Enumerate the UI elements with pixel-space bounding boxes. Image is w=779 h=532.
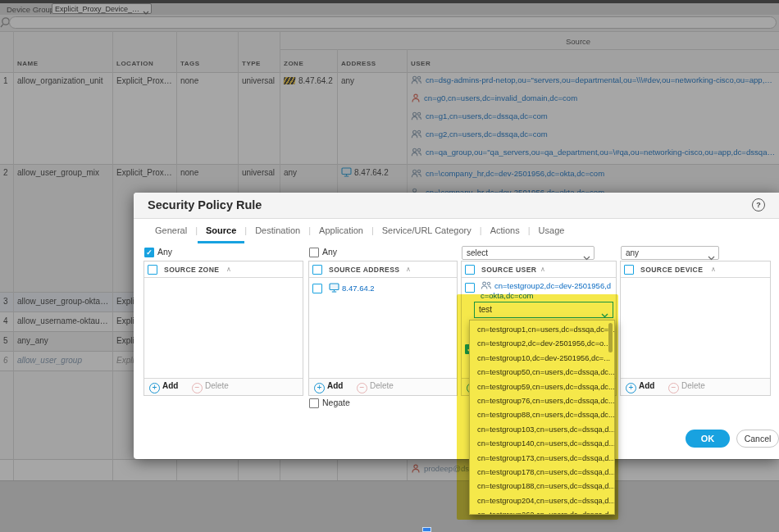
tab-usage[interactable]: Usage — [531, 223, 573, 241]
source-address-panel: SOURCE ADDRESS ∧ 8.47.64.2 +Add −Delete — [308, 261, 458, 396]
taskbar-peek-icon — [422, 527, 431, 532]
dropdown-item[interactable]: cn=testgroup204,cn=users,dc=dssqa,d... — [470, 494, 614, 508]
device-delete-button[interactable]: −Delete — [668, 381, 705, 393]
sort-caret-icon: ∧ — [540, 266, 545, 273]
plus-icon: + — [314, 383, 325, 393]
dropdown-item[interactable]: cn=testgroup50,cn=users,dc=dssqa,dc... — [470, 366, 614, 380]
user-search-input[interactable]: test — [474, 302, 613, 318]
sort-caret-icon: ∧ — [711, 266, 716, 273]
dropdown-item[interactable]: cn=testgroup88,cn=users,dc=dssqa,dc... — [470, 408, 614, 422]
address-add-button[interactable]: +Add — [314, 381, 343, 393]
host-icon — [329, 283, 339, 293]
dropdown-item[interactable]: cn=testgroup59,cn=users,dc=dssqa,dc... — [470, 380, 614, 394]
device-mode-select[interactable]: any — [621, 246, 719, 260]
dropdown-scrollbar[interactable] — [608, 323, 613, 352]
address-delete-button[interactable]: −Delete — [357, 381, 394, 393]
dialog-tabs: General| Source| Destination| Applicatio… — [147, 223, 572, 243]
user-panel-header[interactable]: SOURCE USER — [481, 266, 536, 274]
dropdown-item[interactable]: cn=testgroup76,cn=users,dc=dssqa,dc... — [470, 394, 614, 408]
tab-source[interactable]: Source — [198, 223, 244, 243]
plus-icon: + — [149, 383, 160, 393]
zone-panel-header[interactable]: SOURCE ZONE — [164, 266, 219, 274]
zone-any-label: Any — [157, 247, 172, 257]
tab-service-url-category[interactable]: Service/URL Category — [374, 223, 480, 241]
tab-application[interactable]: Application — [311, 223, 371, 241]
cancel-button[interactable]: Cancel — [736, 430, 779, 448]
minus-icon: − — [357, 383, 367, 393]
dropdown-item[interactable]: cn=testgroup173,cn=users,dc=dssqa,d... — [470, 452, 614, 466]
tab-destination[interactable]: Destination — [247, 223, 308, 241]
dropdown-item[interactable]: cn=testgroup103,cn=users,dc=dssqa,d... — [470, 423, 614, 437]
dropdown-item[interactable]: cn=testgroup2,dc=dev-2501956,dc=o... — [470, 337, 614, 351]
address-any-checkbox[interactable] — [309, 248, 319, 257]
user-item[interactable]: cn=testgroup2,dc=dev-2501956,dc=okta,dc=… — [481, 281, 612, 301]
dropdown-item[interactable]: cn=testgroup1,cn=users,dc=dssqa,dc=... — [470, 323, 614, 337]
sort-caret-icon: ∧ — [226, 266, 231, 273]
device-select-all-checkbox[interactable] — [624, 265, 634, 275]
user-item-checkbox[interactable] — [465, 283, 475, 293]
negate-label: Negate — [322, 398, 350, 407]
dropdown-item[interactable]: cn=testgroup178,cn=users,dc=dssqa,d... — [470, 466, 614, 480]
dropdown-item[interactable]: cn=testgroup262,cn=users,dc=dssqa,d... — [470, 508, 614, 515]
tab-actions[interactable]: Actions — [482, 223, 528, 241]
address-item[interactable]: 8.47.64.2 — [329, 283, 375, 293]
negate-checkbox[interactable] — [309, 398, 319, 408]
zone-add-button[interactable]: +Add — [149, 381, 178, 393]
user-select-all-checkbox[interactable] — [465, 265, 475, 275]
minus-icon: − — [668, 383, 679, 393]
device-panel-header[interactable]: SOURCE DEVICE — [640, 266, 703, 274]
security-policy-rule-dialog: Security Policy Rule ? General| Source| … — [134, 193, 779, 459]
user-suggestions-dropdown: cn=testgroup1,cn=users,dc=dssqa,dc=... c… — [469, 320, 615, 515]
address-item-checkbox[interactable] — [312, 284, 322, 293]
minus-icon: − — [192, 383, 203, 393]
user-mode-select[interactable]: select — [462, 246, 594, 260]
dialog-title: Security Policy Rule — [148, 198, 262, 211]
plus-icon: + — [626, 383, 636, 393]
device-add-button[interactable]: +Add — [626, 381, 654, 393]
dropdown-item[interactable]: cn=testgroup10,dc=dev-2501956,dc=... — [470, 352, 614, 366]
zone-any-checkbox[interactable]: ✓ — [144, 248, 154, 257]
sort-caret-icon: ∧ — [406, 266, 411, 273]
source-zone-panel: SOURCE ZONE ∧ +Add −Delete — [144, 261, 303, 396]
address-panel-header[interactable]: SOURCE ADDRESS — [329, 266, 399, 274]
tab-general[interactable]: General — [147, 223, 195, 241]
zone-select-all-checkbox[interactable] — [148, 265, 157, 275]
dropdown-item[interactable]: cn=testgroup140,cn=users,dc=dssqa,d... — [470, 437, 614, 451]
address-any-label: Any — [322, 247, 337, 257]
address-select-all-checkbox[interactable] — [312, 265, 322, 275]
dropdown-item[interactable]: cn=testgroup188,cn=users,dc=dssqa,d... — [470, 480, 614, 493]
source-device-panel: SOURCE DEVICE ∧ +Add −Delete — [620, 261, 771, 396]
screen: Device Group Explicit_Proxy_Device_Grou — [0, 0, 779, 532]
ok-button[interactable]: OK — [686, 430, 730, 448]
zone-delete-button[interactable]: −Delete — [192, 381, 229, 393]
dialog-title-bar: Security Policy Rule ? — [134, 193, 779, 219]
user-group-icon — [481, 281, 492, 289]
help-icon[interactable]: ? — [752, 198, 765, 211]
